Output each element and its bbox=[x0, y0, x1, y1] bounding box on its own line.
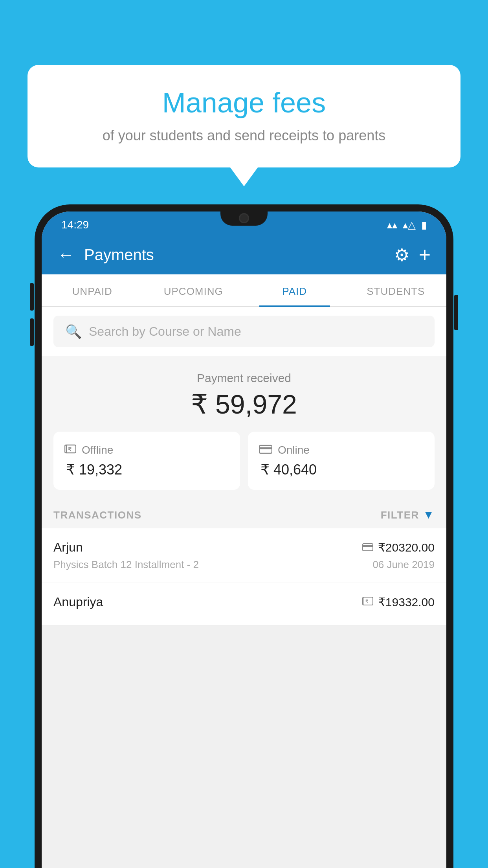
phone-camera bbox=[239, 213, 249, 223]
status-time: 14:29 bbox=[61, 219, 89, 231]
phone-frame: 14:29 ▴▴ ▴△ ▮ ← Payments ⚙ + UNPAID UPCO… bbox=[35, 204, 453, 868]
search-input[interactable]: Search by Course or Name bbox=[89, 324, 241, 339]
transaction-name: Anupriya bbox=[53, 595, 103, 609]
cards-row: ₹ Offline ₹ 19,332 bbox=[42, 432, 446, 502]
transaction-top: Anupriya ₹ ₹19332.00 bbox=[53, 595, 435, 609]
transaction-amount-row: ₹ ₹19332.00 bbox=[362, 595, 435, 609]
transaction-top: Arjun ₹20320.00 bbox=[53, 540, 435, 555]
transaction-detail: Physics Batch 12 Installment - 2 bbox=[53, 559, 199, 571]
header-title: Payments bbox=[84, 246, 385, 264]
transaction-amount: ₹19332.00 bbox=[378, 595, 435, 609]
svg-rect-6 bbox=[363, 545, 373, 547]
add-button[interactable]: + bbox=[419, 245, 431, 265]
transaction-bottom: Physics Batch 12 Installment - 2 06 June… bbox=[53, 559, 435, 571]
offline-label: Offline bbox=[82, 444, 113, 456]
transactions-header: TRANSACTIONS FILTER ▼ bbox=[42, 502, 446, 528]
payment-section: Payment received ₹ 59,972 bbox=[42, 356, 446, 432]
speech-bubble: Manage fees of your students and send re… bbox=[28, 65, 460, 167]
online-card-header: Online bbox=[259, 443, 424, 457]
online-amount: ₹ 40,640 bbox=[259, 462, 424, 478]
search-bar[interactable]: 🔍 Search by Course or Name bbox=[53, 316, 435, 347]
filter-icon: ▼ bbox=[423, 509, 435, 521]
filter-button[interactable]: FILTER ▼ bbox=[381, 509, 435, 521]
volume-up-button[interactable] bbox=[30, 283, 34, 311]
battery-icon: ▮ bbox=[421, 219, 427, 231]
payment-label: Payment received bbox=[53, 371, 435, 385]
speech-bubble-title: Manage fees bbox=[51, 86, 437, 119]
transaction-amount: ₹20320.00 bbox=[378, 541, 435, 554]
transaction-payment-icon bbox=[362, 541, 373, 554]
settings-icon[interactable]: ⚙ bbox=[394, 245, 409, 265]
search-container: 🔍 Search by Course or Name bbox=[42, 307, 446, 356]
filter-label: FILTER bbox=[381, 509, 419, 521]
offline-card: ₹ Offline ₹ 19,332 bbox=[53, 432, 240, 490]
back-button[interactable]: ← bbox=[57, 245, 75, 265]
svg-text:₹: ₹ bbox=[68, 446, 72, 452]
phone-container: 14:29 ▴▴ ▴△ ▮ ← Payments ⚙ + UNPAID UPCO… bbox=[35, 204, 453, 868]
transaction-name: Arjun bbox=[53, 540, 83, 555]
transaction-row[interactable]: Arjun ₹20320.00 Physics Batch 12 Install… bbox=[42, 528, 446, 583]
transaction-row[interactable]: Anupriya ₹ ₹19332.00 bbox=[42, 583, 446, 625]
volume-down-button[interactable] bbox=[30, 318, 34, 346]
offline-amount: ₹ 19,332 bbox=[64, 462, 229, 478]
phone-screen: 14:29 ▴▴ ▴△ ▮ ← Payments ⚙ + UNPAID UPCO… bbox=[42, 211, 446, 868]
speech-bubble-container: Manage fees of your students and send re… bbox=[28, 65, 460, 167]
tab-unpaid[interactable]: UNPAID bbox=[42, 274, 143, 306]
speech-bubble-subtitle: of your students and send receipts to pa… bbox=[51, 127, 437, 144]
offline-card-header: ₹ Offline bbox=[64, 443, 229, 457]
offline-icon: ₹ bbox=[64, 443, 76, 457]
tab-paid[interactable]: PAID bbox=[244, 274, 345, 306]
svg-text:₹: ₹ bbox=[365, 599, 369, 604]
transaction-payment-icon: ₹ bbox=[362, 596, 373, 609]
transaction-date: 06 June 2019 bbox=[372, 559, 435, 571]
signal-icon: ▴△ bbox=[403, 219, 416, 231]
tab-upcoming[interactable]: UPCOMING bbox=[143, 274, 244, 306]
transactions-label: TRANSACTIONS bbox=[53, 509, 142, 521]
wifi-icon: ▴▴ bbox=[387, 219, 397, 231]
tab-students[interactable]: STUDENTS bbox=[345, 274, 447, 306]
svg-rect-4 bbox=[259, 447, 272, 449]
online-icon bbox=[259, 443, 272, 457]
tabs-bar: UNPAID UPCOMING PAID STUDENTS bbox=[42, 274, 446, 307]
status-icons: ▴▴ ▴△ ▮ bbox=[387, 219, 427, 231]
search-icon: 🔍 bbox=[65, 324, 82, 339]
app-header: ← Payments ⚙ + bbox=[42, 235, 446, 274]
transaction-amount-row: ₹20320.00 bbox=[362, 541, 435, 554]
online-label: Online bbox=[278, 444, 310, 456]
power-button[interactable] bbox=[454, 295, 458, 330]
online-card: Online ₹ 40,640 bbox=[248, 432, 435, 490]
payment-amount: ₹ 59,972 bbox=[53, 389, 435, 420]
phone-notch bbox=[220, 211, 268, 226]
